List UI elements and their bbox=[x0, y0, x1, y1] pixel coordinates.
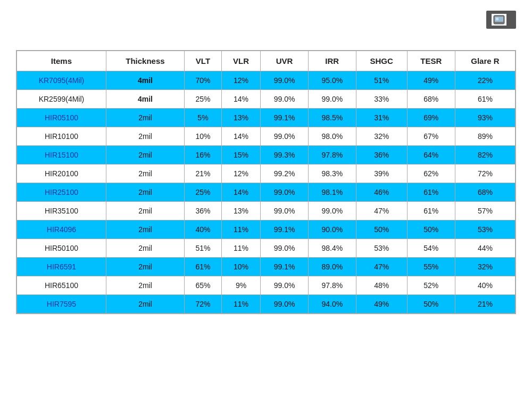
cell-r9-c3: 11% bbox=[221, 239, 260, 258]
cell-r4-c3: 15% bbox=[221, 146, 260, 165]
table-row: HIR40962mil40%11%99.1%90.0%50%50%53% bbox=[17, 220, 516, 239]
col-header-vlr: VLR bbox=[221, 51, 260, 71]
table-body: KR7095(4Mil)4mil70%12%99.0%95.0%51%49%22… bbox=[17, 71, 516, 314]
cell-r3-c2: 10% bbox=[185, 127, 222, 146]
cell-r9-c4: 99.0% bbox=[261, 239, 309, 258]
cell-r12-c6: 49% bbox=[356, 295, 407, 314]
cell-r4-c2: 16% bbox=[185, 146, 222, 165]
window-logo-svg bbox=[493, 15, 505, 24]
cell-r4-c4: 99.3% bbox=[261, 146, 309, 165]
cell-r5-c5: 98.3% bbox=[308, 165, 356, 183]
cell-r10-c0: HIR6591 bbox=[17, 258, 106, 276]
cell-r3-c0: HIR10100 bbox=[17, 127, 106, 146]
cell-r5-c0: HIR20100 bbox=[17, 165, 106, 183]
cell-r7-c2: 36% bbox=[185, 202, 222, 220]
cell-r4-c5: 97.8% bbox=[308, 146, 356, 165]
cell-r12-c7: 50% bbox=[407, 295, 455, 314]
table-row: HIR651002mil65%9%99.0%97.8%48%52%40% bbox=[17, 276, 516, 295]
cell-r0-c2: 70% bbox=[185, 71, 222, 90]
cell-r8-c8: 53% bbox=[455, 220, 515, 239]
cell-r7-c3: 13% bbox=[221, 202, 260, 220]
cell-r0-c3: 12% bbox=[221, 71, 260, 90]
cell-r2-c8: 93% bbox=[455, 109, 515, 127]
cell-r5-c4: 99.2% bbox=[261, 165, 309, 183]
col-header-vlt: VLT bbox=[185, 51, 222, 71]
cell-r1-c1: 4mil bbox=[106, 90, 184, 109]
cell-r4-c8: 82% bbox=[455, 146, 515, 165]
cell-r5-c2: 21% bbox=[185, 165, 222, 183]
cell-r10-c3: 10% bbox=[221, 258, 260, 276]
table-header: ItemsThicknessVLTVLRUVRIRRSHGCTESRGlare … bbox=[17, 51, 516, 71]
cell-r7-c1: 2mil bbox=[106, 202, 184, 220]
table-row: HIR351002mil36%13%99.0%99.0%47%61%57% bbox=[17, 202, 516, 220]
col-header-tesr: TESR bbox=[407, 51, 455, 71]
cell-r9-c8: 44% bbox=[455, 239, 515, 258]
cell-r7-c6: 47% bbox=[356, 202, 407, 220]
table-row: KR7095(4Mil)4mil70%12%99.0%95.0%51%49%22… bbox=[17, 71, 516, 90]
cell-r11-c0: HIR65100 bbox=[17, 276, 106, 295]
logo-icon bbox=[492, 14, 506, 26]
cell-r1-c5: 99.0% bbox=[308, 90, 356, 109]
cell-r4-c1: 2mil bbox=[106, 146, 184, 165]
cell-r1-c6: 33% bbox=[356, 90, 407, 109]
cell-r0-c4: 99.0% bbox=[261, 71, 309, 90]
table-row: HIR101002mil10%14%99.0%98.0%32%67%89% bbox=[17, 127, 516, 146]
cell-r10-c4: 99.1% bbox=[261, 258, 309, 276]
cell-r8-c3: 11% bbox=[221, 220, 260, 239]
col-header-irr: IRR bbox=[308, 51, 356, 71]
cell-r11-c1: 2mil bbox=[106, 276, 184, 295]
cell-r12-c8: 21% bbox=[455, 295, 515, 314]
cell-r3-c4: 99.0% bbox=[261, 127, 309, 146]
cell-r7-c7: 61% bbox=[407, 202, 455, 220]
cell-r11-c3: 9% bbox=[221, 276, 260, 295]
cell-r10-c8: 32% bbox=[455, 258, 515, 276]
cell-r8-c7: 50% bbox=[407, 220, 455, 239]
cell-r6-c1: 2mil bbox=[106, 183, 184, 202]
cell-r10-c6: 47% bbox=[356, 258, 407, 276]
cell-r5-c8: 72% bbox=[455, 165, 515, 183]
svg-rect-2 bbox=[496, 18, 498, 20]
cell-r11-c8: 40% bbox=[455, 276, 515, 295]
cell-r1-c7: 68% bbox=[407, 90, 455, 109]
cell-r3-c1: 2mil bbox=[106, 127, 184, 146]
cell-r9-c2: 51% bbox=[185, 239, 222, 258]
table-row: HIR201002mil21%12%99.2%98.3%39%62%72% bbox=[17, 165, 516, 183]
cell-r10-c7: 55% bbox=[407, 258, 455, 276]
cell-r2-c3: 13% bbox=[221, 109, 260, 127]
cell-r2-c1: 2mil bbox=[106, 109, 184, 127]
cell-r8-c5: 90.0% bbox=[308, 220, 356, 239]
cell-r7-c0: HIR35100 bbox=[17, 202, 106, 220]
cell-r3-c6: 32% bbox=[356, 127, 407, 146]
cell-r8-c2: 40% bbox=[185, 220, 222, 239]
cell-r1-c3: 14% bbox=[221, 90, 260, 109]
table-row: HIR65912mil61%10%99.1%89.0%47%55%32% bbox=[17, 258, 516, 276]
table-row: KR2599(4Mil)4mil25%14%99.0%99.0%33%68%61… bbox=[17, 90, 516, 109]
cell-r12-c2: 72% bbox=[185, 295, 222, 314]
cell-r6-c8: 68% bbox=[455, 183, 515, 202]
header bbox=[16, 11, 516, 29]
cell-r1-c2: 25% bbox=[185, 90, 222, 109]
cell-r6-c7: 61% bbox=[407, 183, 455, 202]
cell-r0-c6: 51% bbox=[356, 71, 407, 90]
cell-r0-c1: 4mil bbox=[106, 71, 184, 90]
cell-r12-c3: 11% bbox=[221, 295, 260, 314]
col-header-shgc: SHGC bbox=[356, 51, 407, 71]
cell-r11-c4: 99.0% bbox=[261, 276, 309, 295]
cell-r4-c7: 64% bbox=[407, 146, 455, 165]
cell-r8-c0: HIR4096 bbox=[17, 220, 106, 239]
cell-r2-c5: 98.5% bbox=[308, 109, 356, 127]
cell-r11-c2: 65% bbox=[185, 276, 222, 295]
cell-r7-c4: 99.0% bbox=[261, 202, 309, 220]
cell-r9-c5: 98.4% bbox=[308, 239, 356, 258]
cell-r3-c5: 98.0% bbox=[308, 127, 356, 146]
cell-r4-c0: HIR15100 bbox=[17, 146, 106, 165]
cell-r2-c2: 5% bbox=[185, 109, 222, 127]
cell-r6-c2: 25% bbox=[185, 183, 222, 202]
col-header-uvr: UVR bbox=[261, 51, 309, 71]
cell-r4-c6: 36% bbox=[356, 146, 407, 165]
cell-r9-c1: 2mil bbox=[106, 239, 184, 258]
cell-r12-c1: 2mil bbox=[106, 295, 184, 314]
specs-table-container: ItemsThicknessVLTVLRUVRIRRSHGCTESRGlare … bbox=[16, 50, 516, 314]
table-row: HIR501002mil51%11%99.0%98.4%53%54%44% bbox=[17, 239, 516, 258]
cell-r0-c0: KR7095(4Mil) bbox=[17, 71, 106, 90]
